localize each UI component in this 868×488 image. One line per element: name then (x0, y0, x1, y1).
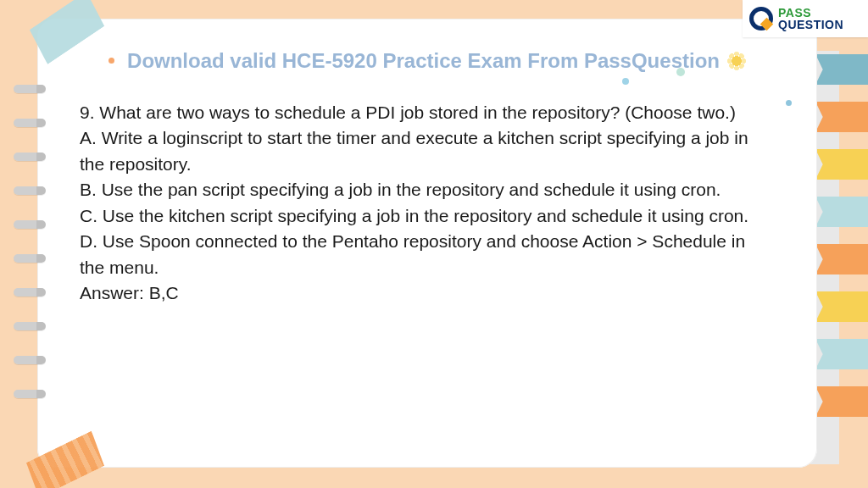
spiral-ring (14, 322, 46, 330)
note-card: Download valid HCE-5920 Practice Exam Fr… (37, 19, 817, 468)
bookmark-tab (815, 339, 868, 369)
confetti-dot (622, 78, 629, 85)
option-c: Use the kitchen script specifying a job … (103, 206, 748, 225)
logo-q-icon (749, 7, 773, 30)
bookmark-tab (815, 244, 868, 274)
logo-text-question: QUESTION (778, 19, 843, 30)
spiral-ring (14, 390, 46, 398)
question-number: 9. (80, 103, 95, 122)
flower-icon (727, 52, 746, 70)
bookmark-tab (815, 54, 868, 85)
option-b: Use the pan script specifying a job in t… (102, 180, 721, 199)
confetti-dot (676, 68, 685, 76)
spiral-ring (14, 356, 46, 364)
bookmark-tabs (815, 54, 868, 417)
spiral-ring (14, 152, 46, 161)
answer-label: Answer: (80, 283, 144, 302)
option-a: Write a loginscript to start the timer a… (80, 128, 748, 173)
bookmark-tab (815, 386, 868, 417)
answer-value: B,C (149, 283, 179, 302)
logo-text-pass: PASS (778, 7, 843, 19)
spiral-ring (14, 85, 46, 93)
question-stem: What are two ways to schedule a PDI job … (99, 103, 736, 122)
spiral-ring (14, 220, 46, 229)
spiral-ring (14, 186, 46, 195)
spiral-ring (14, 119, 46, 127)
slide-header: Download valid HCE-5920 Practice Exam Fr… (37, 49, 817, 74)
option-d: Use Spoon connected to the Pentaho repos… (80, 231, 745, 276)
bookmark-tab (815, 149, 868, 180)
bookmark-tab (815, 291, 868, 322)
bookmark-tab (815, 102, 868, 132)
spiral-ring (14, 254, 46, 263)
spiral-binding (14, 85, 46, 398)
spiral-ring (14, 288, 46, 297)
header-text: Download valid HCE-5920 Practice Exam Fr… (127, 49, 720, 72)
bullet-icon (108, 58, 114, 64)
passquestion-logo: PASS QUESTION (743, 0, 868, 37)
confetti-dot (786, 100, 792, 106)
question-body: 9. What are two ways to schedule a PDI j… (80, 100, 766, 307)
bookmark-tab (815, 197, 868, 227)
